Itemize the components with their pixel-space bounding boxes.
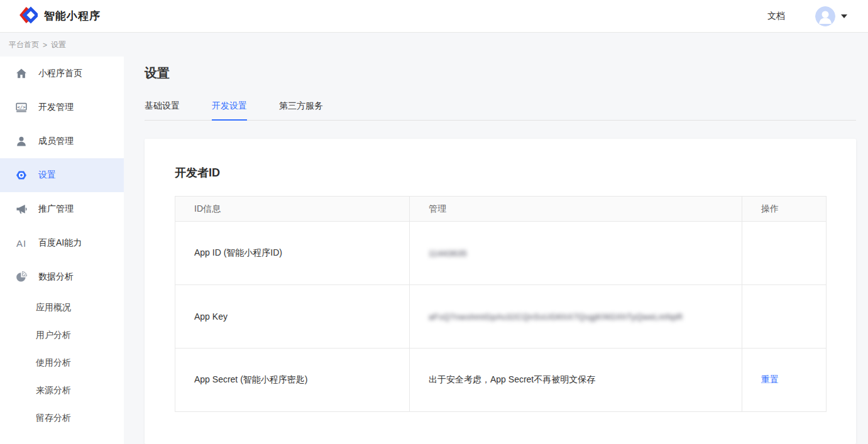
sidebar-item-data-analysis[interactable]: 数据分析 xyxy=(0,260,124,294)
developer-id-card: 开发者ID ID信息 管理 操作 App ID (智能小程序ID) 114436… xyxy=(145,139,856,444)
tab-basic-settings[interactable]: 基础设置 xyxy=(145,100,180,120)
table-row: App Key aFsQ7nwshmtGpAs32CQnSsUGKhX7Qsgj… xyxy=(175,285,827,349)
sidebar-item-label: 开发管理 xyxy=(38,102,74,113)
sidebar-item-promotion[interactable]: 推广管理 xyxy=(0,192,124,226)
app-id-label: App ID (智能小程序ID) xyxy=(175,222,410,285)
sidebar-item-label: 小程序首页 xyxy=(38,68,82,79)
home-icon xyxy=(15,67,28,80)
app-secret-label: App Secret (智能小程序密匙) xyxy=(175,349,410,412)
avatar-dropdown-caret-icon[interactable] xyxy=(841,14,847,18)
sidebar-subitem-retention-analysis[interactable]: 留存分析 xyxy=(0,404,124,432)
docs-link[interactable]: 文档 xyxy=(767,11,785,22)
sidebar-subitem-usage-analysis[interactable]: 使用分析 xyxy=(0,349,124,377)
sidebar-item-label: 推广管理 xyxy=(38,203,74,215)
app-key-action-cell xyxy=(742,285,827,349)
avatar[interactable] xyxy=(815,6,835,26)
page: 智能小程序 文档 平台首页 > 设置 小程序首页 xyxy=(0,0,868,444)
sidebar-item-baidu-ai[interactable]: AI 百度AI能力 xyxy=(0,226,124,260)
settings-tabs: 基础设置 开发设置 第三方服务 xyxy=(145,100,856,121)
column-header-id-info: ID信息 xyxy=(175,197,410,222)
app-id-action-cell xyxy=(742,222,827,285)
column-header-action: 操作 xyxy=(742,197,827,222)
sidebar-subitem-app-overview[interactable]: 应用概况 xyxy=(0,294,124,322)
app-id-value: 11443635 xyxy=(429,249,467,258)
developer-id-table: ID信息 管理 操作 App ID (智能小程序ID) 11443635 App… xyxy=(175,196,827,412)
breadcrumb-current: 设置 xyxy=(51,40,66,50)
sidebar: 小程序首页 </> 开发管理 成员管理 xyxy=(0,57,124,444)
settings-gear-icon xyxy=(15,169,28,181)
sidebar-subitem-user-analysis[interactable]: 用户分析 xyxy=(0,322,124,349)
ai-icon: AI xyxy=(15,237,28,249)
megaphone-icon xyxy=(15,203,28,215)
person-icon xyxy=(15,135,28,148)
app-key-value: aFsQ7nwshmtGpAs32CQnSsUGKhX7QsgjKf4GXhTy… xyxy=(429,312,683,322)
column-header-manage: 管理 xyxy=(410,197,742,222)
tab-dev-settings[interactable]: 开发设置 xyxy=(212,100,247,121)
tab-third-party[interactable]: 第三方服务 xyxy=(279,100,323,120)
brand-logo-icon xyxy=(19,6,38,27)
breadcrumb: 平台首页 > 设置 xyxy=(0,33,868,57)
sidebar-item-dev-manage[interactable]: </> 开发管理 xyxy=(0,90,124,124)
brand: 智能小程序 xyxy=(19,6,101,27)
sidebar-item-settings[interactable]: 设置 xyxy=(0,158,124,192)
developer-id-heading: 开发者ID xyxy=(175,165,826,180)
sidebar-item-label: 百度AI能力 xyxy=(38,237,82,249)
main-content: 设置 基础设置 开发设置 第三方服务 开发者ID ID信息 管理 操作 App … xyxy=(124,57,868,444)
table-header-row: ID信息 管理 操作 xyxy=(175,197,827,222)
table-row: App ID (智能小程序ID) 11443635 xyxy=(175,222,827,285)
sidebar-item-label: 数据分析 xyxy=(38,271,74,283)
code-icon: </> xyxy=(15,101,28,114)
reset-secret-button[interactable]: 重置 xyxy=(761,374,779,384)
sidebar-subitem-source-analysis[interactable]: 来源分析 xyxy=(0,377,124,404)
navbar-right: 文档 xyxy=(767,6,847,26)
svg-text:</>: </> xyxy=(18,104,26,110)
breadcrumb-home[interactable]: 平台首页 xyxy=(9,40,39,50)
sidebar-item-label: 设置 xyxy=(38,170,56,181)
sidebar-item-members[interactable]: 成员管理 xyxy=(0,124,124,158)
sidebar-item-label: 成员管理 xyxy=(38,136,74,147)
breadcrumb-separator: > xyxy=(43,41,47,50)
top-navbar: 智能小程序 文档 xyxy=(0,0,868,33)
table-row: App Secret (智能小程序密匙) 出于安全考虑，App Secret不再… xyxy=(175,349,827,412)
sidebar-item-home[interactable]: 小程序首页 xyxy=(0,57,124,90)
app-secret-note: 出于安全考虑，App Secret不再被明文保存 xyxy=(410,349,742,412)
pie-chart-icon xyxy=(15,271,28,283)
app-key-label: App Key xyxy=(175,285,410,349)
brand-name: 智能小程序 xyxy=(44,9,101,23)
page-title: 设置 xyxy=(145,65,856,82)
